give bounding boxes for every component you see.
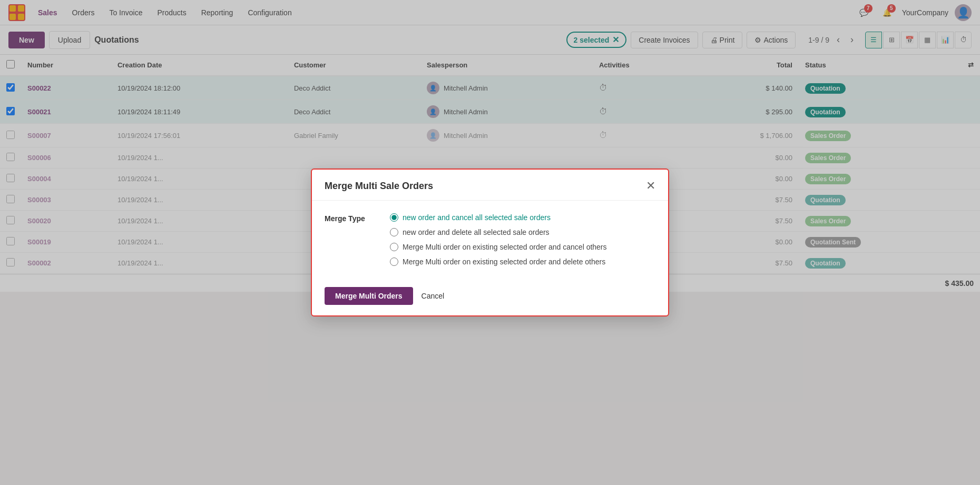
merge-option-2-label: new order and delete all selected sale o… xyxy=(403,228,550,236)
modal-footer: Merge Multi Orders Cancel xyxy=(312,279,668,292)
modal-overlay: Merge Multi Sale Orders ✕ Merge Type new… xyxy=(0,0,980,292)
merge-option-3-radio[interactable] xyxy=(390,243,398,251)
merge-option-1-label: new order and cancel all selected sale o… xyxy=(403,213,551,222)
merge-option-4-label: Merge Multi order on existing selected o… xyxy=(403,258,605,266)
merge-option-3-label: Merge Multi order on existing selected o… xyxy=(403,243,607,251)
merge-option-4-radio[interactable] xyxy=(390,258,398,266)
merge-modal: Merge Multi Sale Orders ✕ Merge Type new… xyxy=(311,169,669,292)
modal-title: Merge Multi Sale Orders xyxy=(325,181,433,192)
merge-option-2-radio[interactable] xyxy=(390,228,398,236)
merge-option-1[interactable]: new order and cancel all selected sale o… xyxy=(390,213,607,222)
modal-header: Merge Multi Sale Orders ✕ xyxy=(312,170,668,201)
merge-options-list: new order and cancel all selected sale o… xyxy=(390,213,607,266)
modal-body: Merge Type new order and cancel all sele… xyxy=(312,201,668,279)
merge-option-2[interactable]: new order and delete all selected sale o… xyxy=(390,228,607,236)
merge-option-3[interactable]: Merge Multi order on existing selected o… xyxy=(390,243,607,251)
merge-type-label: Merge Type xyxy=(325,213,377,266)
cancel-button[interactable]: Cancel xyxy=(419,287,447,292)
merge-button[interactable]: Merge Multi Orders xyxy=(325,287,413,292)
merge-type-row: Merge Type new order and cancel all sele… xyxy=(325,213,655,266)
merge-option-4[interactable]: Merge Multi order on existing selected o… xyxy=(390,258,607,266)
modal-close-button[interactable]: ✕ xyxy=(646,180,655,192)
merge-option-1-radio[interactable] xyxy=(390,213,398,222)
